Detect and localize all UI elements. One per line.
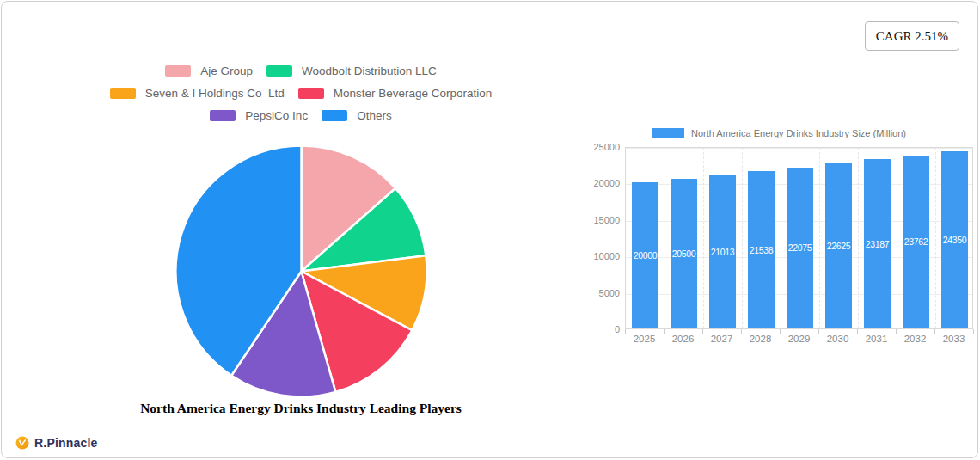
x-axis-tick-mark — [702, 329, 703, 334]
cagr-badge: CAGR 2.51% — [865, 21, 959, 51]
y-axis-tick-label: 25000 — [585, 142, 620, 152]
legend-swatch-seven-i-holdings-co-ltd — [110, 88, 136, 99]
legend-swatch-aje-group — [165, 65, 191, 77]
x-axis-tick-label: 2025 — [625, 334, 664, 344]
bar-legend-label: North America Energy Drinks Industry Siz… — [691, 128, 906, 138]
pie-legend-row: Seven & I Holdings Co LtdMonster Beverag… — [43, 87, 559, 100]
legend-label: Woodbolt Distribution LLC — [302, 64, 437, 77]
logo-icon — [15, 436, 29, 450]
bar-plot-area: 2000020500210132153822075226252318723762… — [625, 147, 973, 329]
gridline-vertical — [781, 148, 781, 328]
legend-item-monster-beverage-corporation[interactable]: Monster Beverage Corporation — [298, 87, 493, 100]
gridline-vertical — [935, 148, 936, 328]
bar-value-label: 22625 — [821, 241, 856, 251]
x-axis-tick-mark — [818, 329, 819, 334]
bar-2029[interactable]: 22075 — [787, 168, 813, 328]
legend-swatch-others — [322, 110, 347, 121]
pie-chart — [174, 144, 429, 399]
pie-legend-row: Aje GroupWoodbolt Distribution LLC — [43, 64, 559, 77]
legend-swatch-monster-beverage-corporation — [298, 88, 324, 99]
report-card: CAGR 2.51% Aje GroupWoodbolt Distributio… — [1, 1, 978, 458]
x-axis-tick-label: 2033 — [934, 334, 973, 344]
logo-text: R.Pinnacle — [34, 436, 98, 450]
bar-2025[interactable]: 20000 — [632, 182, 658, 328]
y-axis-tick-label: 20000 — [585, 178, 620, 188]
x-axis-tick-mark — [896, 329, 897, 334]
bar-2033[interactable]: 24350 — [941, 151, 968, 329]
y-axis-tick-label: 10000 — [585, 251, 620, 261]
x-axis-tick-label: 2029 — [780, 334, 818, 344]
legend-label: Seven & I Holdings Co Ltd — [145, 87, 285, 100]
pie-chart-title: North America Energy Drinks Industry Lea… — [43, 401, 559, 416]
bar-value-label: 24350 — [937, 235, 972, 245]
bar-value-label: 23187 — [860, 239, 895, 249]
x-axis-tick-label: 2026 — [664, 334, 702, 344]
x-axis-tick-mark — [857, 329, 858, 334]
legend-label: Others — [357, 109, 392, 122]
x-axis-tick-label: 2027 — [702, 334, 741, 344]
x-axis-tick-mark — [973, 329, 974, 334]
cagr-badge-text: CAGR 2.51% — [876, 29, 948, 44]
x-axis-tick-mark — [625, 329, 626, 334]
x-axis-tick-label: 2031 — [857, 334, 896, 344]
x-axis-tick-mark — [780, 329, 781, 334]
bar-value-label: 20500 — [666, 248, 701, 259]
bar-2028[interactable]: 21538 — [748, 171, 775, 328]
bar-value-label: 23762 — [898, 236, 934, 247]
gridline-vertical — [703, 148, 704, 328]
bar-2032[interactable]: 23762 — [903, 156, 929, 329]
legend-label: Monster Beverage Corporation — [334, 87, 493, 100]
gridline-vertical — [819, 148, 820, 328]
y-axis-tick-label: 0 — [585, 324, 620, 334]
logo: R.Pinnacle — [15, 436, 98, 450]
gridline-horizontal — [626, 148, 972, 149]
bar-value-label: 22075 — [782, 242, 818, 253]
legend-item-woodbolt-distribution-llc[interactable]: Woodbolt Distribution LLC — [266, 64, 437, 77]
y-axis-tick-label: 15000 — [585, 215, 620, 225]
bar-2030[interactable]: 22625 — [825, 163, 852, 328]
legend-item-aje-group[interactable]: Aje Group — [165, 64, 253, 77]
legend-item-seven-i-holdings-co-ltd[interactable]: Seven & I Holdings Co Ltd — [110, 87, 285, 100]
legend-label: PepsiCo Inc — [245, 109, 308, 122]
gridline-vertical — [858, 148, 859, 328]
x-axis-tick-label: 2032 — [896, 334, 934, 344]
pie-legend: Aje GroupWoodbolt Distribution LLCSeven … — [43, 64, 559, 132]
x-axis-tick-label: 2030 — [818, 334, 857, 344]
pie-legend-row: PepsiCo IncOthers — [43, 109, 559, 122]
bar-2026[interactable]: 20500 — [671, 179, 697, 328]
bar-legend-swatch — [652, 128, 684, 138]
bar-value-label: 21013 — [705, 247, 740, 257]
gridline-vertical — [897, 148, 897, 328]
legend-swatch-pepsico-inc — [210, 110, 236, 121]
bar-chart-section: North America Energy Drinks Industry Siz… — [585, 126, 973, 352]
x-axis-tick-mark — [664, 329, 665, 334]
legend-item-others[interactable]: Others — [322, 109, 392, 122]
gridline-vertical — [665, 148, 665, 328]
pie-chart-svg — [174, 144, 429, 399]
x-axis-tick-mark — [741, 329, 742, 334]
legend-label: Aje Group — [200, 64, 253, 77]
bar-2027[interactable]: 21013 — [709, 175, 736, 328]
bar-value-label: 20000 — [628, 250, 663, 261]
legend-item-pepsico-inc[interactable]: PepsiCo Inc — [210, 109, 308, 122]
x-axis-tick-mark — [934, 329, 935, 334]
bar-legend-item[interactable]: North America Energy Drinks Industry Siz… — [585, 128, 973, 138]
gridline-vertical — [742, 148, 743, 328]
x-axis-tick-label: 2028 — [741, 334, 780, 344]
bar-value-label: 21538 — [744, 245, 779, 255]
legend-swatch-woodbolt-distribution-llc — [266, 65, 292, 77]
bar-2031[interactable]: 23187 — [864, 159, 891, 328]
y-axis-tick-label: 5000 — [585, 288, 620, 298]
